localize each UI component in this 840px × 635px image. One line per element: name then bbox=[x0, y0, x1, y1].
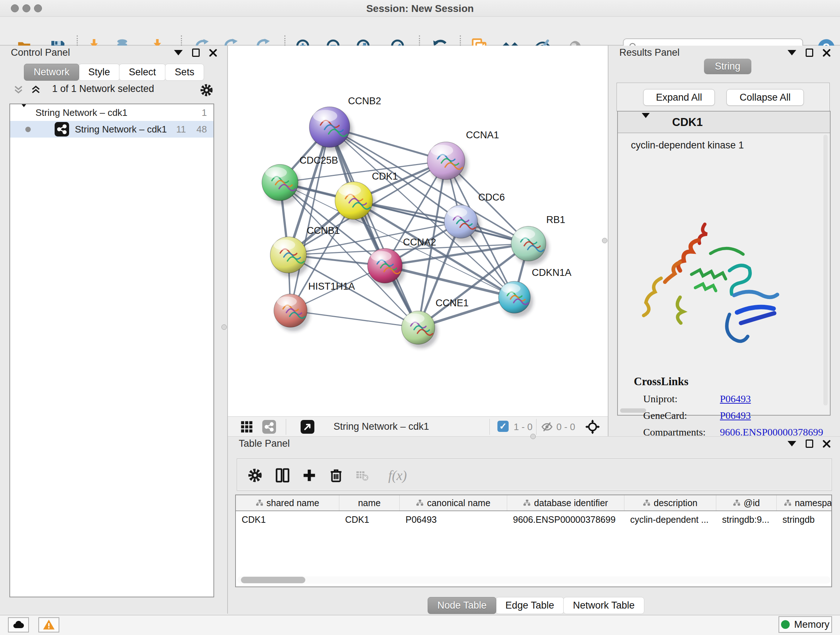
network-node-cdk1[interactable]: CDK1 bbox=[335, 171, 398, 223]
selected-count: 1 - 0 bbox=[514, 421, 532, 432]
network-row[interactable]: String Network – cdk1 11 48 bbox=[10, 121, 213, 138]
close-panel-icon[interactable] bbox=[823, 440, 831, 448]
column-header-shared-name[interactable]: shared name bbox=[236, 495, 339, 510]
crosslink-label: Uniprot: bbox=[643, 393, 677, 405]
crosslinks-heading: CrossLinks bbox=[634, 375, 688, 388]
window-title: Session: New Session bbox=[0, 3, 840, 14]
float-panel-icon[interactable] bbox=[806, 49, 813, 57]
network-node-ccna1[interactable]: CCNA1 bbox=[427, 130, 499, 184]
network-options-gear-icon[interactable] bbox=[200, 83, 213, 97]
clear-table-icon[interactable] bbox=[352, 466, 372, 485]
network-view-title: String Network – cdk1 bbox=[333, 421, 429, 432]
network-canvas[interactable]: CCNB2CCNA1CDC25BCDK1CDC6RB1CCNB1CCNA2CDK… bbox=[228, 46, 608, 416]
tab-network[interactable]: Network bbox=[24, 64, 79, 81]
function-builder-icon[interactable]: f(x) bbox=[381, 466, 414, 485]
selected-checkbox-icon[interactable]: ✓ bbox=[497, 421, 508, 432]
collapse-all-button[interactable]: Collapse All bbox=[726, 89, 804, 106]
tab-sets[interactable]: Sets bbox=[165, 64, 204, 81]
control-panel-tabs: NetworkStyleSelectSets bbox=[25, 64, 204, 81]
tab-select[interactable]: Select bbox=[119, 64, 166, 81]
table-horizontal-scrollbar[interactable] bbox=[237, 576, 831, 584]
table-row[interactable]: CDK1CDK1P064939606.ENSP00000378699cyclin… bbox=[236, 511, 831, 528]
panel-menu-icon[interactable] bbox=[174, 50, 183, 55]
entry-disclosure-icon[interactable] bbox=[642, 118, 650, 125]
network-edge[interactable] bbox=[330, 127, 418, 328]
network-view-toolbar: String Network – cdk1 ✓ 1 - 0 0 - 0 bbox=[228, 416, 608, 436]
network-node-ccnb1[interactable]: CCNB1 bbox=[270, 225, 340, 277]
memory-status-dot bbox=[781, 620, 790, 629]
table-cell[interactable]: stringdb bbox=[777, 515, 832, 525]
network-node-rb1[interactable]: RB1 bbox=[511, 214, 565, 265]
column-header-canonical-name[interactable]: canonical name bbox=[400, 495, 507, 510]
right-splitter-handle[interactable] bbox=[602, 238, 607, 243]
close-panel-icon[interactable] bbox=[823, 49, 831, 57]
network-status-dot bbox=[25, 127, 31, 132]
birds-eye-view-icon[interactable] bbox=[240, 420, 254, 434]
hidden-count: 0 - 0 bbox=[556, 421, 575, 432]
close-panel-icon[interactable] bbox=[209, 49, 217, 57]
node-label-rb1: RB1 bbox=[546, 214, 565, 225]
float-panel-icon[interactable] bbox=[192, 49, 200, 57]
crosslink-link[interactable]: P06493 bbox=[720, 410, 751, 421]
warnings-button[interactable] bbox=[38, 617, 59, 632]
table-cell[interactable]: cyclin-dependent ... bbox=[624, 515, 716, 525]
results-controls: Expand All Collapse All bbox=[616, 82, 830, 111]
export-view-icon[interactable] bbox=[300, 420, 315, 434]
gene-description: cyclin-dependent kinase 1 bbox=[631, 140, 744, 151]
pan-crosshair-icon[interactable] bbox=[585, 420, 600, 434]
results-horizontal-scroll-thumb[interactable] bbox=[620, 409, 646, 413]
network-node-ccne1[interactable]: CCNE1 bbox=[401, 298, 469, 348]
results-vertical-scrollbar[interactable] bbox=[823, 135, 828, 405]
column-header-name[interactable]: name bbox=[339, 495, 400, 510]
column-header-id[interactable]: @id bbox=[716, 495, 777, 510]
delete-column-icon[interactable] bbox=[326, 466, 346, 485]
tab-edge-table[interactable]: Edge Table bbox=[496, 597, 564, 614]
cloud-status-button[interactable] bbox=[8, 617, 29, 632]
crosslink-link[interactable]: P06493 bbox=[720, 393, 751, 405]
main-toolbar: ? bbox=[0, 17, 840, 46]
column-header-namespace[interactable]: namespace bbox=[777, 495, 832, 510]
table-options-gear-icon[interactable] bbox=[245, 466, 265, 485]
column-header-database-identifier[interactable]: database identifier bbox=[507, 495, 624, 510]
node-label-ccne1: CCNE1 bbox=[436, 298, 469, 309]
network-node-hist1h1a[interactable]: HIST1H1A bbox=[274, 281, 355, 331]
network-view: CCNB2CCNA1CDC25BCDK1CDC6RB1CCNB1CCNA2CDK… bbox=[228, 46, 608, 436]
show-columns-icon[interactable] bbox=[273, 466, 292, 485]
network-node-cdkn1a[interactable]: CDKN1A bbox=[499, 267, 572, 317]
gene-symbol: CDK1 bbox=[672, 116, 703, 129]
collection-label: String Network – cdk1 bbox=[35, 107, 127, 119]
table-cell[interactable]: 9606.ENSP00000378699 bbox=[507, 515, 624, 525]
network-collection-row[interactable]: String Network – cdk1 1 bbox=[10, 104, 213, 121]
table-cell[interactable]: P06493 bbox=[400, 515, 507, 525]
toolbar-separator bbox=[536, 419, 537, 435]
tab-node-table[interactable]: Node Table bbox=[428, 597, 496, 614]
column-header-description[interactable]: description bbox=[624, 495, 716, 510]
bottom-splitter-handle[interactable] bbox=[531, 434, 536, 439]
gene-entry-header[interactable]: CDK1 bbox=[618, 111, 830, 133]
table-cell[interactable]: CDK1 bbox=[236, 515, 339, 525]
network-node-ccnb2[interactable]: CCNB2 bbox=[309, 96, 381, 151]
tab-string[interactable]: String bbox=[704, 59, 752, 74]
tab-style[interactable]: Style bbox=[79, 64, 120, 81]
collection-disclosure-icon[interactable] bbox=[20, 107, 27, 119]
create-column-icon[interactable] bbox=[300, 466, 319, 485]
left-splitter-handle[interactable] bbox=[221, 325, 227, 330]
toolbar-separator bbox=[286, 419, 286, 435]
panel-menu-icon[interactable] bbox=[788, 50, 796, 55]
node-label-ccnb2: CCNB2 bbox=[348, 96, 381, 106]
protein-structure-image bbox=[635, 217, 786, 362]
collection-count: 1 bbox=[202, 107, 207, 119]
panel-menu-icon[interactable] bbox=[788, 441, 796, 447]
table-toolbar: f(x) bbox=[237, 458, 832, 491]
memory-button[interactable]: Memory bbox=[778, 616, 832, 633]
float-panel-icon[interactable] bbox=[806, 440, 813, 448]
node-label-cdkn1a: CDKN1A bbox=[532, 267, 572, 278]
node-label-cdc6: CDC6 bbox=[478, 192, 505, 203]
table-cell[interactable]: stringdb:9... bbox=[716, 515, 777, 525]
tab-network-table[interactable]: Network Table bbox=[563, 597, 645, 614]
expand-all-button[interactable]: Expand All bbox=[643, 89, 715, 106]
network-share-icon[interactable] bbox=[262, 420, 276, 434]
string-network-icon bbox=[55, 122, 69, 136]
table-panel-title: Table Panel bbox=[239, 438, 290, 449]
table-cell[interactable]: CDK1 bbox=[339, 515, 400, 525]
